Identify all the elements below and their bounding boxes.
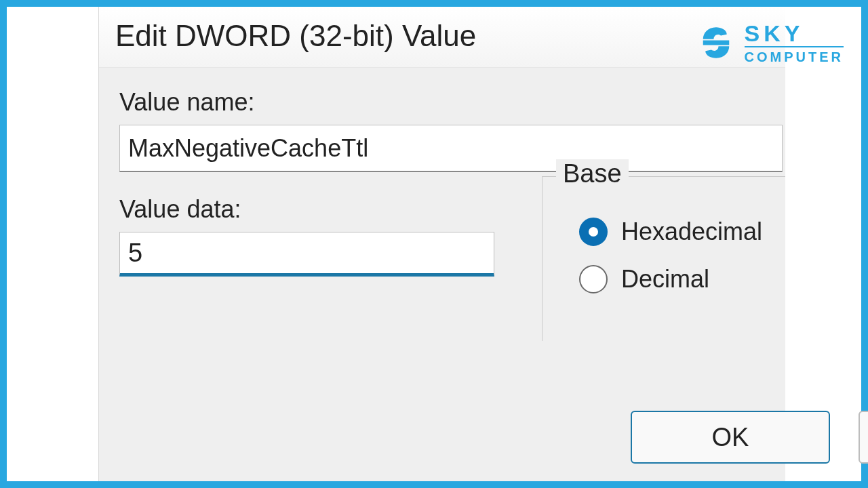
app-frame: Edit DWORD (32-bit) Value Value name: Va… <box>0 0 868 488</box>
edit-dword-dialog: Edit DWORD (32-bit) Value Value name: Va… <box>98 7 785 481</box>
logo-mark-icon <box>697 24 735 62</box>
value-data-input[interactable] <box>119 232 494 277</box>
value-data-row: Value data: Base Hexadecimal <box>119 195 785 341</box>
base-groupbox: Base Hexadecimal Decimal <box>542 176 785 341</box>
value-name-input[interactable] <box>119 125 783 172</box>
dialog-titlebar: Edit DWORD (32-bit) Value <box>99 7 785 68</box>
value-data-label: Value data: <box>119 195 494 224</box>
radio-hexadecimal[interactable]: Hexadecimal <box>579 218 769 246</box>
base-legend: Base <box>556 159 629 188</box>
radio-decimal[interactable]: Decimal <box>579 265 769 293</box>
sky-computer-logo: SKY COMPUTER <box>697 22 844 64</box>
logo-line2: COMPUTER <box>745 50 844 64</box>
dialog-buttons: OK <box>631 411 868 464</box>
radio-button-icon <box>579 265 608 293</box>
radio-label: Hexadecimal <box>621 218 762 246</box>
ok-button[interactable]: OK <box>631 411 830 464</box>
svg-rect-0 <box>703 41 729 45</box>
value-name-label: Value name: <box>119 88 785 117</box>
radio-label: Decimal <box>621 265 709 293</box>
logo-line1: SKY <box>745 22 844 47</box>
logo-text: SKY COMPUTER <box>745 22 844 64</box>
cancel-button-partial[interactable] <box>859 411 868 464</box>
radio-button-icon <box>579 218 608 246</box>
dialog-title: Edit DWORD (32-bit) Value <box>115 19 769 53</box>
dialog-body: Value name: Value data: Base Hexadecimal <box>99 68 785 341</box>
